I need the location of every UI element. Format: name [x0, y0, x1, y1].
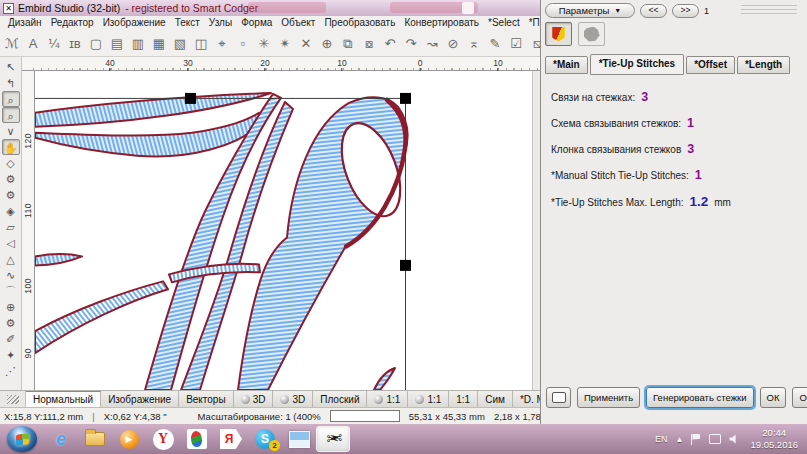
checkbox-icon[interactable]: ☑: [509, 34, 523, 54]
generate-stitches-button[interactable]: Генерировать стежки: [646, 387, 753, 408]
action-center-flag-icon[interactable]: [691, 434, 701, 445]
menu-item[interactable]: Конвертировать: [404, 17, 479, 31]
embird-taskbar-icon[interactable]: ✂: [316, 426, 350, 452]
wave-icon[interactable]: ∿: [2, 267, 20, 283]
menu-item[interactable]: Изображение: [103, 17, 166, 31]
menu-item[interactable]: Дизайн: [8, 17, 42, 31]
parameter-row[interactable]: Клонка связывания стежков 3: [551, 142, 797, 156]
parameters-button[interactable]: Параметры ▼: [545, 3, 635, 18]
sparkle-icon[interactable]: ✴: [278, 34, 292, 54]
hatch-icon[interactable]: ⋰: [2, 363, 20, 379]
view-tab[interactable]: Нормальный: [26, 391, 101, 407]
save-icon[interactable]: ◫: [194, 34, 208, 54]
shape-cut-icon[interactable]: ⧅: [530, 34, 540, 54]
eyedropper-icon[interactable]: ✎: [488, 34, 502, 54]
menu-item[interactable]: *Select: [488, 17, 520, 31]
curve-icon[interactable]: ↝: [425, 34, 439, 54]
triangle-left-icon[interactable]: ◁: [2, 235, 20, 251]
wand-icon[interactable]: ✦: [2, 347, 20, 363]
parallelogram-icon[interactable]: ▱: [2, 219, 20, 235]
toolbar-grip[interactable]: [741, 5, 797, 16]
paste-icon[interactable]: ⧇: [362, 34, 376, 54]
view-tab[interactable]: *D. Ma: [513, 391, 540, 407]
arc-icon[interactable]: ⌒: [2, 283, 20, 299]
parameter-row[interactable]: Связи на стежках: 3: [551, 90, 797, 104]
next-button[interactable]: >>: [672, 4, 699, 18]
merge-icon[interactable]: ▦: [152, 34, 166, 54]
select-frame-icon[interactable]: ⌖: [215, 34, 229, 54]
menu-item[interactable]: Редактор: [51, 17, 94, 31]
view-tab[interactable]: 3D: [234, 391, 274, 407]
show-hidden-icons[interactable]: ▲: [676, 435, 684, 444]
node-edit-icon[interactable]: ↰: [2, 75, 20, 91]
shape-tool-button[interactable]: [578, 22, 605, 46]
open-special-icon[interactable]: ▧: [173, 34, 187, 54]
view-tab[interactable]: Плоский: [313, 391, 367, 407]
parameter-row[interactable]: *Manual Stitch Tie-Up Stitches: 1: [551, 168, 797, 182]
zoom-input[interactable]: [330, 410, 400, 422]
regenerate-icon[interactable]: ✳: [257, 34, 271, 54]
triangle-icon[interactable]: △: [2, 251, 20, 267]
gear-icon[interactable]: ⚙: [2, 187, 20, 203]
view-tab[interactable]: 1:1: [449, 391, 478, 407]
letter-style-icon[interactable]: ɪʙ: [68, 34, 82, 54]
menu-item[interactable]: Форма: [241, 17, 272, 31]
delete-icon[interactable]: ✕: [299, 34, 313, 54]
internet-explorer-icon[interactable]: e: [44, 426, 78, 452]
library-button[interactable]: [546, 387, 571, 408]
menu-item[interactable]: Узлы: [209, 17, 232, 31]
pan-hand-icon[interactable]: ✋: [2, 139, 20, 155]
lasso-icon[interactable]: ∨: [2, 123, 20, 139]
fonts-icon[interactable]: ℳ: [5, 34, 19, 54]
panel-tab[interactable]: *Main: [545, 56, 588, 74]
ok-button[interactable]: ОК: [760, 387, 787, 408]
view-tab[interactable]: Изображение: [101, 391, 179, 407]
photo-viewer-icon[interactable]: [180, 426, 214, 452]
zoom-icon[interactable]: ⌕: [2, 91, 20, 107]
text-tool-icon[interactable]: A: [26, 34, 40, 54]
polygon-icon[interactable]: ◇: [2, 155, 20, 171]
canvas-scrollbar[interactable]: [532, 71, 540, 390]
redo-icon[interactable]: ↷: [404, 34, 418, 54]
design-canvas[interactable]: [35, 71, 532, 390]
view-tab[interactable]: 1:1: [408, 391, 449, 407]
diamond-icon[interactable]: ◈: [2, 203, 20, 219]
yandex-search-icon[interactable]: Я: [214, 426, 248, 452]
file-explorer-icon[interactable]: [78, 426, 112, 452]
gears-icon[interactable]: ⚙: [2, 171, 20, 187]
media-player-icon[interactable]: ▶: [112, 426, 146, 452]
fraction-icon[interactable]: ¼: [47, 34, 61, 54]
menu-item[interactable]: Текст: [175, 17, 200, 31]
sphere-icon[interactable]: ⊕: [2, 299, 20, 315]
small-square-icon[interactable]: ▫: [236, 34, 250, 54]
parameter-row[interactable]: *Tie-Up Stitches Max. Length: 1.2 mm: [551, 194, 797, 209]
color-shield-button[interactable]: [545, 22, 572, 46]
cancel-button[interactable]: Отменить: [792, 387, 807, 408]
view-tab[interactable]: 3D: [273, 391, 313, 407]
panel-tab[interactable]: *Offset: [686, 56, 735, 74]
clock[interactable]: 20:44 19.05.2016: [750, 427, 798, 452]
open-file-icon[interactable]: ▤: [110, 34, 124, 54]
view-tab[interactable]: 1:1: [367, 391, 408, 407]
menu-item[interactable]: *Просмотр: [529, 17, 540, 31]
settings-gear-icon[interactable]: ⚙: [2, 315, 20, 331]
titlebar[interactable]: ✕ Embird Studio (32-bit) - registered to…: [0, 0, 540, 16]
view-tab[interactable]: Векторы: [179, 391, 234, 407]
zoom-1-icon[interactable]: ⌕: [2, 107, 20, 123]
no-fill-icon[interactable]: ⊘: [446, 34, 460, 54]
menu-item[interactable]: Объект: [281, 17, 315, 31]
image-viewer-icon[interactable]: [282, 426, 316, 452]
volume-icon[interactable]: [729, 434, 739, 444]
skype-icon[interactable]: S 2: [248, 426, 282, 452]
parameter-row[interactable]: Схема связывания стежков: 1: [551, 116, 797, 130]
new-file-icon[interactable]: ▢: [89, 34, 103, 54]
language-indicator[interactable]: EN: [655, 434, 668, 444]
panel-tab[interactable]: *Length: [737, 56, 790, 74]
add-icon[interactable]: ⊕: [320, 34, 334, 54]
pen-icon[interactable]: ✐: [2, 331, 20, 347]
prev-button[interactable]: <<: [640, 4, 667, 18]
apply-button[interactable]: Применить: [577, 387, 640, 408]
view-tab[interactable]: Сим: [478, 391, 513, 407]
undo-icon[interactable]: ↶: [383, 34, 397, 54]
yandex-browser-icon[interactable]: Y: [146, 426, 180, 452]
